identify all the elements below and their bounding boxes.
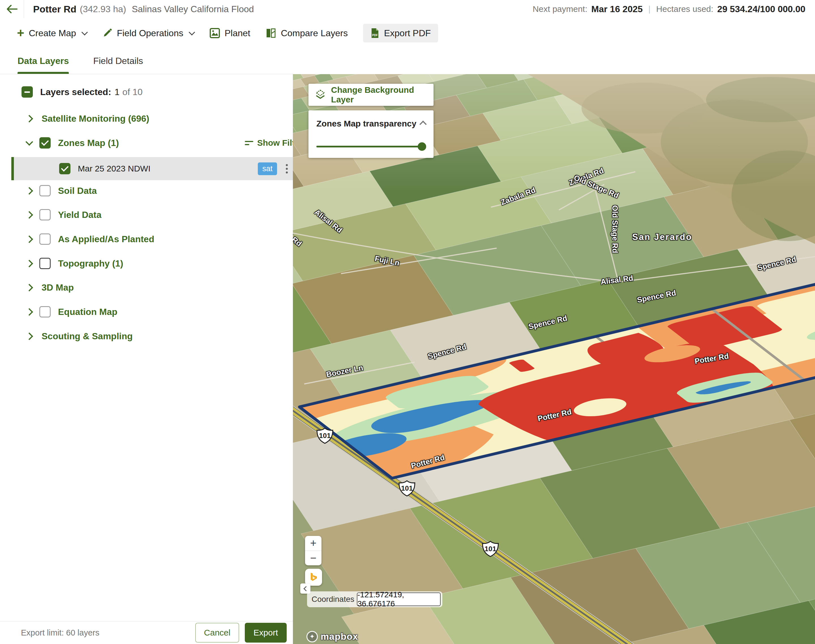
layers-selected-count: 1 <box>115 87 120 97</box>
compare-layers-icon <box>266 28 276 38</box>
sidebar-item-yield-data[interactable]: Yield Data <box>0 204 319 225</box>
compare-layers-label: Compare Layers <box>281 28 348 38</box>
layers-sidebar: Layers selected: 1 of 10 Satellite Monit… <box>0 74 293 644</box>
sidebar-item-topography[interactable]: Topography (1) <box>0 253 319 274</box>
account-info: Next payment: Mar 16 2025 | Hectares use… <box>533 4 805 14</box>
cancel-button[interactable]: Cancel <box>195 623 239 642</box>
topography-checkbox[interactable] <box>39 258 51 269</box>
chevron-down-icon <box>26 138 33 146</box>
field-operations-label: Field Operations <box>117 28 183 38</box>
next-payment-label: Next payment: <box>533 4 587 14</box>
toolbar: + Create Map Field Operations Planet <box>0 18 815 48</box>
pdf-file-icon: PDF <box>370 28 379 38</box>
item-label: Zones Map (1) <box>58 138 119 148</box>
slider-thumb[interactable] <box>418 142 426 151</box>
item-label: Soil Data <box>58 186 97 196</box>
town-label: San Jerardo <box>632 232 692 242</box>
transparency-panel: Zones Map transparency <box>309 110 434 158</box>
chevron-down-icon <box>81 29 88 36</box>
coordinates-label: Coordinates <box>312 595 354 604</box>
bing-logo-icon <box>309 572 319 583</box>
yield-data-checkbox[interactable] <box>39 209 51 221</box>
item-label: As Applied/As Planted <box>58 234 154 244</box>
sidebar-item-3d-map[interactable]: 3D Map <box>0 277 319 298</box>
zones-map-checkbox[interactable] <box>39 137 51 149</box>
chevron-down-icon <box>189 29 195 36</box>
planet-label: Planet <box>225 28 250 38</box>
chevron-right-icon <box>26 235 33 243</box>
chevron-right-icon <box>26 260 33 267</box>
arrow-left-icon <box>6 5 18 14</box>
header-separator: | <box>647 4 652 14</box>
change-background-layer-button[interactable]: Change Background Layer <box>309 84 434 106</box>
as-applied-checkbox[interactable] <box>39 233 51 245</box>
layers-selected-row: Layers selected: 1 of 10 <box>0 81 315 103</box>
planet-image-icon <box>209 28 220 38</box>
select-all-checkbox[interactable] <box>21 86 33 98</box>
chevron-left-icon <box>303 586 309 591</box>
layer-row-ndwi[interactable]: Mar 25 2023 NDWI sat <box>11 157 293 180</box>
filter-icon <box>245 141 253 145</box>
back-button[interactable] <box>0 0 24 18</box>
item-label: Scouting & Sampling <box>41 331 133 342</box>
sidebar-item-as-applied[interactable]: As Applied/As Planted <box>0 228 319 250</box>
export-button[interactable]: Export <box>245 623 287 642</box>
next-payment-value: Mar 16 2025 <box>591 4 643 14</box>
layer-name: Mar 25 2023 NDWI <box>78 164 150 173</box>
hectares-value: 29 534.24/100 000.00 <box>717 4 805 14</box>
item-label: Topography (1) <box>58 258 123 269</box>
transparency-title: Zones Map transparency <box>316 119 416 128</box>
chevron-right-icon <box>26 308 33 316</box>
chevron-up-icon[interactable] <box>419 121 427 127</box>
tab-data-layers[interactable]: Data Layers <box>18 48 69 74</box>
sidebar-item-zones-map[interactable]: Zones Map (1) Show Filters <box>0 132 319 153</box>
app-window: Potter Rd (342.93 ha) Salinas Valley Cal… <box>0 0 815 644</box>
svg-text:101: 101 <box>401 485 413 492</box>
route-101-shield: 101 <box>316 427 334 445</box>
field-operations-button[interactable]: Field Operations <box>102 28 194 38</box>
item-label: Equation Map <box>58 307 117 317</box>
hectares-label: Hectares used: <box>656 4 714 14</box>
ndwi-checkbox[interactable] <box>59 163 71 174</box>
coordinates-bar: Coordinates -121.572419, 36.676176 <box>307 591 442 607</box>
sidebar-item-equation-map[interactable]: Equation Map <box>0 301 319 322</box>
zoom-in-button[interactable]: + <box>305 536 321 551</box>
soil-data-checkbox[interactable] <box>39 185 51 196</box>
mapbox-attribution[interactable]: ✦ mapbox <box>307 631 358 642</box>
satellite-basemap <box>293 74 815 644</box>
zoom-out-button[interactable]: − <box>305 551 321 566</box>
svg-text:101: 101 <box>319 432 331 439</box>
equation-map-checkbox[interactable] <box>39 306 51 317</box>
export-pdf-button[interactable]: PDF Export PDF <box>363 24 438 43</box>
tab-bar: Data Layers Field Details <box>0 48 293 74</box>
sidebar-item-satellite-monitoring[interactable]: Satellite Monitoring (696) <box>0 108 319 129</box>
create-map-button[interactable]: + Create Map <box>17 28 87 38</box>
tab-field-details[interactable]: Field Details <box>93 48 143 74</box>
field-title: Potter Rd <box>33 4 77 15</box>
sidebar-item-scouting-sampling[interactable]: Scouting & Sampling <box>0 326 319 347</box>
item-label: Yield Data <box>58 210 101 220</box>
kebab-menu-icon[interactable] <box>284 163 290 175</box>
map-canvas[interactable]: Zabala Rd Zabala Rd Old Stage Rd Old Sta… <box>293 74 815 644</box>
planet-button[interactable]: Planet <box>209 28 250 38</box>
coordinates-value[interactable]: -121.572419, 36.676176 <box>357 592 440 606</box>
field-area: (342.93 ha) <box>80 4 126 14</box>
sidebar-item-soil-data[interactable]: Soil Data <box>0 180 319 201</box>
road-label: Old Stage Rd <box>610 205 619 253</box>
item-label: Satellite Monitoring (696) <box>41 113 149 124</box>
item-label: 3D Map <box>41 282 74 293</box>
compare-layers-button[interactable]: Compare Layers <box>266 28 348 38</box>
mapbox-wordmark: mapbox <box>321 631 358 642</box>
export-limit-label: Export limit: 60 layers <box>21 628 99 638</box>
chevron-right-icon <box>26 333 33 340</box>
create-map-label: Create Map <box>29 28 76 38</box>
layers-selected-total: of 10 <box>123 87 143 97</box>
slider-track <box>316 146 426 147</box>
chevron-right-icon <box>26 211 33 219</box>
chevron-right-icon <box>26 187 33 195</box>
transparency-slider[interactable] <box>316 142 426 150</box>
zoom-controls: + − <box>305 536 321 565</box>
bing-maps-button[interactable] <box>305 569 322 586</box>
layers-selected-label: Layers selected: <box>40 87 111 97</box>
mapbox-logo-icon: ✦ <box>307 631 318 642</box>
